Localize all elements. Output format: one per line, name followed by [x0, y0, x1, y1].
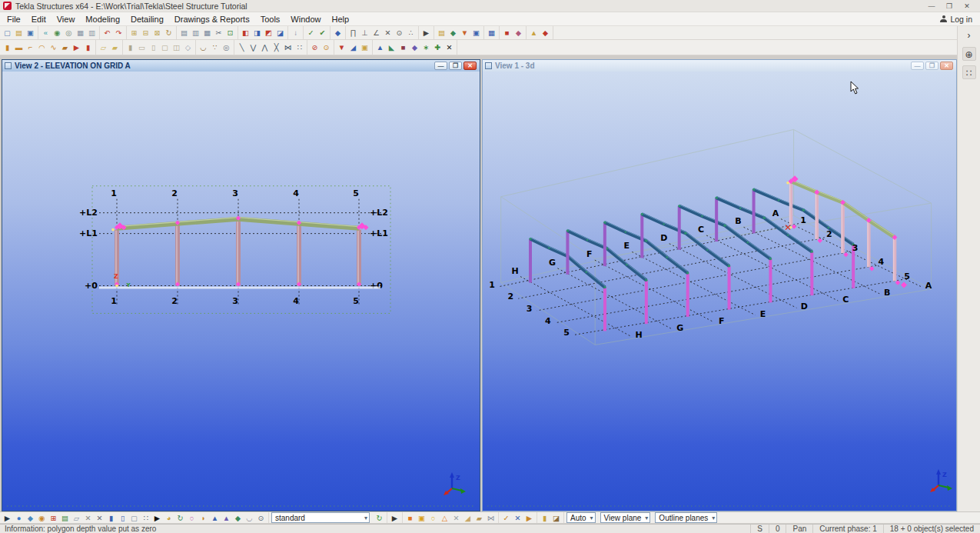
3d-canvas[interactable]: 1122334455AABBCCDDEEFFGGHHZ	[483, 72, 956, 511]
pick-tool-icon[interactable]: ▶	[421, 28, 431, 38]
point-perpendicular-icon[interactable]: ⊥	[360, 28, 370, 38]
interrupt-icon[interactable]: ✕	[444, 42, 454, 52]
toolbar-overflow-chevron[interactable]: ›	[962, 28, 976, 42]
construction-line-icon[interactable]: ╲	[237, 42, 247, 52]
task-list-icon[interactable]: ▦	[202, 28, 212, 38]
create-point-icon[interactable]: ∏	[348, 28, 358, 38]
steel-rafter[interactable]	[567, 231, 646, 280]
menu-detailing[interactable]: Detailing	[125, 13, 169, 25]
view-titlebar[interactable]: View 2 - ELEVATION ON GRID A —❐✕	[2, 60, 480, 72]
create-spiral-beam-icon[interactable]: ∿	[48, 42, 58, 52]
snap-depth-toggle-icon[interactable]: ▮	[540, 513, 550, 523]
snap-pick-arrow-icon[interactable]: ▶	[390, 513, 400, 523]
select-components-switch-icon[interactable]: ◉	[37, 513, 47, 523]
select-boxes-switch-icon[interactable]: ▢	[129, 513, 139, 523]
minimize-button[interactable]: —	[926, 1, 937, 12]
table-tool-icon[interactable]: ▦	[487, 28, 497, 38]
create-polybeam-icon[interactable]: ⌐	[25, 42, 35, 52]
construction-angle-icon[interactable]: ⋀	[260, 42, 270, 52]
ortho-toggle-icon[interactable]: ✓	[501, 513, 511, 523]
copy-icon[interactable]: ⊞	[129, 28, 139, 38]
select-rotate-switch-icon[interactable]: ↻	[175, 513, 185, 523]
refresh-selection-icon[interactable]: ↻	[374, 513, 384, 523]
report-list-icon[interactable]: ▤	[179, 28, 189, 38]
select-welds2-switch-icon[interactable]: ◡	[244, 513, 254, 523]
profile-select[interactable]: standard	[271, 512, 370, 523]
select-single-switch-icon[interactable]: ▲	[210, 513, 220, 523]
3d-view-icon[interactable]: ◪	[275, 28, 285, 38]
select-fittings-switch-icon[interactable]: ▯	[118, 513, 128, 523]
snap-plane-toggle-icon[interactable]: ◪	[551, 513, 561, 523]
snap-geometry-points-icon[interactable]: ▣	[417, 513, 427, 523]
paste-green-icon[interactable]: ⊡	[225, 28, 235, 38]
view-titlebar[interactable]: View 1 - 3d —❐✕	[483, 60, 956, 72]
print-drawing-icon[interactable]: ▲	[529, 28, 539, 38]
select-hand-switch-icon[interactable]: ◗	[198, 513, 208, 523]
view-window-elevation[interactable]: View 2 - ELEVATION ON GRID A —❐✕ 1122334…	[2, 59, 480, 511]
snap-intersection-icon[interactable]: ✕	[451, 513, 461, 523]
select-grid-lines-switch-icon[interactable]: ▤	[60, 513, 70, 523]
construction-intersect-icon[interactable]: ⋈	[283, 42, 293, 52]
snap-reference-points-icon[interactable]: ■	[405, 513, 415, 523]
point-angle-icon[interactable]: ∠	[371, 28, 381, 38]
menu-drawings-reports[interactable]: Drawings & Reports	[169, 13, 255, 25]
select-surfaces-switch-icon[interactable]: ◕	[164, 513, 174, 523]
select-components-icon[interactable]: ◢	[348, 42, 358, 52]
cut-icon[interactable]: ✂	[214, 28, 224, 38]
create-column-icon[interactable]: ▮	[2, 42, 12, 52]
save-model-icon[interactable]: ▣	[25, 28, 35, 38]
view-minimize-button[interactable]: —	[434, 62, 447, 70]
snap-points-icon[interactable]: ✓	[306, 28, 316, 38]
construction-arc-icon[interactable]: ⊙	[321, 42, 331, 52]
select-planes-switch-icon[interactable]: ▱	[71, 513, 81, 523]
drop-view-icon[interactable]: ↓	[291, 28, 301, 38]
snap-bisect-icon[interactable]: ⋈	[486, 513, 496, 523]
publish-model-icon[interactable]: ◉	[52, 28, 62, 38]
copy-rotate-icon[interactable]: ↻	[164, 28, 174, 38]
select-views-switch-icon[interactable]: ▮	[106, 513, 116, 523]
snap-nearest-point-icon[interactable]: ○	[428, 513, 438, 523]
create-contour-plate-icon[interactable]: ▱	[98, 42, 108, 52]
select-points2-switch-icon[interactable]: ∷	[141, 513, 151, 523]
close-button[interactable]: ✕	[962, 1, 972, 12]
menu-edit[interactable]: Edit	[26, 13, 51, 25]
master-drawings-icon[interactable]: ◆	[513, 28, 523, 38]
select-objects-in-components-switch-icon[interactable]: ◆	[233, 513, 243, 523]
select-welds-switch-icon[interactable]: ✕	[83, 513, 93, 523]
create-continuous-beam-icon[interactable]: ▶	[71, 42, 81, 52]
snap-any-position-icon[interactable]: △	[440, 513, 450, 523]
view-window-3d[interactable]: View 1 - 3d —❐✕ 1122334455AABBCCDDEEFFGG…	[482, 59, 957, 511]
concrete-slab-icon[interactable]: ▭	[137, 42, 147, 52]
write-out-icon[interactable]: ◎	[64, 28, 74, 38]
elevation-canvas[interactable]: 1122334455+L2+L2+L1+L1+0+0ZYZ	[2, 72, 480, 511]
measure-tool-icon[interactable]: ◆	[448, 28, 458, 38]
snap-override-arrow-icon[interactable]: ▶	[524, 513, 534, 523]
create-curved-beam-icon[interactable]: ◠	[37, 42, 47, 52]
display-settings-icon[interactable]: ▣	[360, 42, 370, 52]
construction-points-icon[interactable]: ∷	[294, 42, 304, 52]
select-grids-switch-icon[interactable]: ⊞	[48, 513, 58, 523]
select-loads-switch-icon[interactable]: ○	[187, 513, 197, 523]
snap-lines-icon[interactable]: ✔	[317, 28, 327, 38]
publish-drawing-icon[interactable]: ◆	[540, 28, 550, 38]
construction-cross-icon[interactable]: ╳	[271, 42, 281, 52]
inquire-object-icon[interactable]: ▤	[437, 28, 447, 38]
select-parts-switch-icon[interactable]: ◆	[25, 513, 35, 523]
snap-perpendicular-icon[interactable]: ◢	[463, 513, 473, 523]
fly-through-icon[interactable]: ◆	[333, 28, 343, 38]
info-tool-icon[interactable]: ▣	[471, 28, 481, 38]
concrete-item-icon[interactable]: ◇	[183, 42, 193, 52]
snap-outline-select[interactable]: Outline planes	[655, 512, 717, 523]
portal-frame-g[interactable]	[566, 229, 648, 324]
point-intersection-icon[interactable]: ✕	[383, 28, 393, 38]
concrete-column-icon[interactable]: ▮	[125, 42, 135, 52]
create-lofted-plate-icon[interactable]: ▰	[110, 42, 120, 52]
component-custom-icon[interactable]: ◣	[387, 42, 397, 52]
menu-file[interactable]: File	[2, 13, 26, 25]
portal-frame-b[interactable]	[752, 188, 855, 288]
menu-tools[interactable]: Tools	[255, 13, 286, 25]
xsnap-toggle-icon[interactable]: ✕	[513, 513, 523, 523]
undo-icon[interactable]: ↶	[102, 28, 112, 38]
bolt-tool-icon[interactable]: ▼	[460, 28, 470, 38]
concrete-pad-footing-icon[interactable]: ▢	[160, 42, 170, 52]
